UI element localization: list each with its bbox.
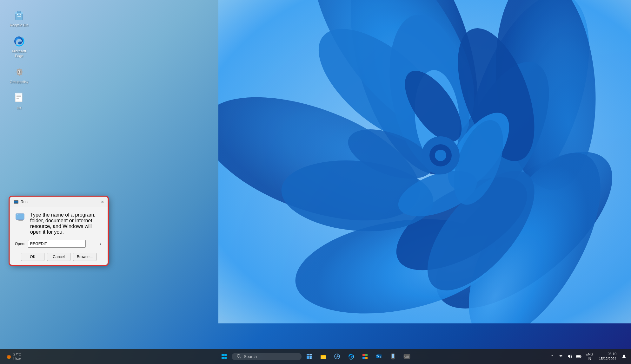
svg-rect-48	[17, 221, 24, 221]
svg-rect-74	[392, 354, 394, 358]
weather-text: 27°C Haze	[13, 352, 21, 360]
list-label: list	[17, 106, 21, 110]
start-button[interactable]	[218, 350, 230, 363]
network-icon[interactable]	[558, 353, 564, 360]
svg-rect-68	[362, 357, 365, 359]
microsoft-edge-icon-item[interactable]: Microsoft Edge	[6, 32, 32, 61]
desktop-icons: Recycle Bin Microsoft Edge	[6, 6, 32, 113]
run-browse-button[interactable]: Browse...	[73, 253, 96, 261]
search-icon	[237, 354, 241, 359]
svg-rect-44	[14, 203, 18, 203]
svg-point-32	[19, 71, 20, 73]
store-button[interactable]	[359, 350, 371, 363]
svg-marker-86	[568, 354, 570, 358]
outlook-button[interactable]: O	[373, 350, 385, 363]
weather-temp: 27°C	[13, 352, 21, 356]
notification-button[interactable]	[621, 351, 627, 362]
search-label: Search	[244, 354, 257, 359]
svg-rect-55	[224, 357, 227, 359]
list-icon-item[interactable]: list	[6, 89, 32, 113]
svg-rect-41	[15, 93, 22, 94]
svg-rect-35	[16, 71, 17, 72]
battery-button[interactable]	[575, 353, 582, 360]
language-label: ENG	[586, 352, 593, 356]
browser-button[interactable]	[345, 350, 357, 363]
svg-rect-33	[19, 68, 20, 70]
svg-rect-59	[309, 354, 312, 355]
search-bar[interactable]: Search	[232, 353, 302, 360]
svg-rect-77	[404, 355, 405, 355]
weather-icon	[6, 353, 12, 360]
edge-label: Microsoft Edge	[8, 49, 30, 58]
weather-condition: Haze	[13, 357, 21, 361]
widgets-icon	[306, 353, 312, 360]
edge-icon	[13, 35, 25, 48]
svg-rect-54	[222, 357, 224, 359]
recycle-bin-label: Recycle Bin	[10, 23, 28, 27]
clock-time: 06:10	[599, 352, 616, 356]
svg-text:O: O	[380, 356, 382, 358]
run-description-text: Type the name of a program, folder, docu…	[30, 212, 103, 235]
run-body: Type the name of a program, folder, docu…	[10, 207, 108, 265]
run-open-input[interactable]	[28, 240, 86, 248]
weather-widget[interactable]: 27°C Haze	[4, 352, 23, 361]
svg-rect-80	[408, 355, 409, 355]
language-button[interactable]: ENG IN	[584, 351, 594, 362]
group-policy-icon-item[interactable]: Grouppolicy	[6, 63, 32, 87]
svg-rect-53	[224, 354, 227, 356]
svg-rect-83	[407, 356, 408, 357]
svg-rect-69	[365, 357, 368, 359]
show-hidden-icons-button[interactable]: ⌃	[549, 353, 555, 360]
svg-point-51	[7, 355, 11, 358]
keyboard-button[interactable]	[401, 350, 413, 363]
svg-rect-34	[19, 75, 20, 76]
run-open-row: Open: ▾	[15, 240, 103, 248]
file-explorer-icon	[320, 353, 326, 360]
svg-rect-60	[307, 356, 309, 359]
svg-rect-89	[581, 356, 581, 357]
document-icon	[13, 92, 25, 104]
recycle-bin-icon	[13, 9, 25, 22]
svg-point-75	[393, 359, 393, 359]
msn-icon	[334, 353, 340, 360]
svg-rect-67	[365, 354, 368, 356]
phone-button[interactable]	[387, 350, 399, 363]
run-buttons: OK Cancel Browse...	[15, 253, 103, 261]
wallpaper	[63, 0, 631, 345]
store-icon	[362, 353, 368, 360]
taskbar-right: ⌃	[549, 351, 627, 362]
run-cancel-button[interactable]: Cancel	[47, 253, 70, 261]
run-titlebar: Run ✕	[10, 197, 108, 207]
svg-line-57	[240, 357, 241, 358]
svg-rect-79	[407, 355, 408, 355]
run-dropdown-arrow-icon[interactable]: ▾	[100, 242, 101, 246]
msn-weather-button[interactable]	[331, 350, 343, 363]
outlook-icon: O	[376, 353, 382, 360]
svg-rect-82	[406, 356, 407, 357]
recycle-bin-icon-item[interactable]: Recycle Bin	[6, 6, 32, 30]
network-status-icon	[558, 354, 563, 359]
svg-rect-36	[22, 71, 23, 72]
run-close-button[interactable]: ✕	[99, 198, 106, 206]
notification-icon	[622, 354, 626, 359]
widgets-button[interactable]	[303, 350, 316, 363]
run-dialog-icon	[14, 199, 19, 205]
wallpaper-svg	[218, 0, 631, 323]
volume-icon	[567, 354, 572, 359]
browser-icon	[348, 353, 354, 360]
svg-rect-88	[576, 355, 580, 357]
svg-rect-81	[404, 356, 405, 357]
taskbar-center: Search	[218, 350, 413, 363]
svg-rect-52	[222, 354, 224, 356]
svg-rect-64	[321, 356, 326, 359]
svg-rect-85	[405, 357, 409, 358]
run-ok-button[interactable]: OK	[21, 253, 44, 261]
svg-point-56	[237, 354, 240, 357]
svg-rect-27	[17, 11, 21, 13]
svg-rect-58	[307, 354, 309, 355]
volume-button[interactable]	[567, 353, 573, 360]
phone-icon	[390, 353, 396, 360]
svg-rect-61	[309, 356, 312, 358]
file-explorer-button[interactable]	[317, 350, 329, 363]
clock-widget[interactable]: 06:10 15/12/2024	[597, 351, 618, 362]
